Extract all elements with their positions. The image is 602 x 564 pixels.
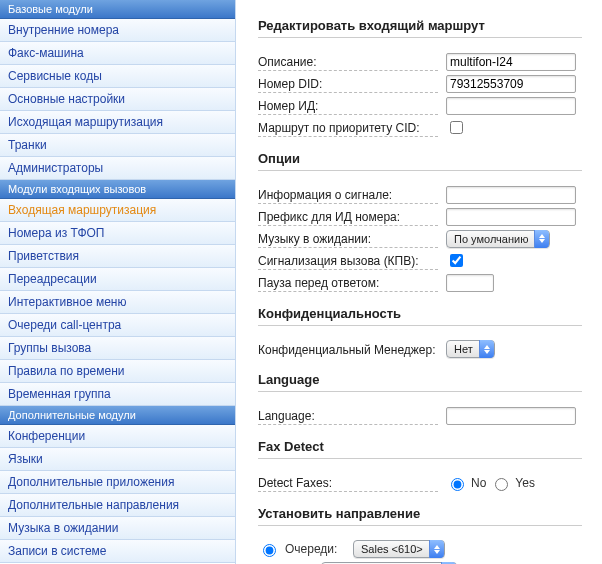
sidebar-header-basic: Базовые модули (0, 0, 235, 19)
checkbox-cid-priority[interactable] (450, 121, 463, 134)
sidebar-item-system-recordings[interactable]: Записи в системе (0, 540, 235, 563)
input-did[interactable] (446, 75, 576, 93)
sidebar-item-fax-machine[interactable]: Факс-машина (0, 42, 235, 65)
label-cid: Номер ИД: (258, 99, 438, 115)
select-dest-queues-value: Sales <610> (361, 543, 423, 555)
sidebar-header-additional: Дополнительные модули (0, 406, 235, 425)
sidebar-item-ring-groups[interactable]: Группы вызова (0, 337, 235, 360)
main-content: Редактировать входящий маршрут Описание:… (236, 0, 602, 564)
section-title-language: Language (258, 372, 582, 392)
sidebar-item-administrators[interactable]: Администраторы (0, 157, 235, 180)
label-cid-prefix: Префикс для ИД номера: (258, 210, 438, 226)
sidebar-item-call-center-queues[interactable]: Очереди call-центра (0, 314, 235, 337)
radio-fax-yes[interactable] (495, 478, 508, 491)
label-description: Описание: (258, 55, 438, 71)
label-pause: Пауза перед ответом: (258, 276, 438, 292)
label-dest-queues: Очереди: (285, 542, 347, 556)
sidebar-item-main-settings[interactable]: Основные настройки (0, 88, 235, 111)
chevron-up-down-icon (479, 340, 494, 358)
select-moh-value: По умолчанию (454, 233, 528, 245)
sidebar-header-inbound: Модули входящих вызовов (0, 180, 235, 199)
checkbox-ringing[interactable] (450, 254, 463, 267)
sidebar-item-music-on-hold[interactable]: Музыка в ожидании (0, 517, 235, 540)
sidebar: Базовые модули Внутренние номера Факс-ма… (0, 0, 236, 564)
section-title-privacy: Конфиденциальность (258, 306, 582, 326)
radio-dest-queues[interactable] (263, 544, 276, 557)
label-did: Номер DID: (258, 77, 438, 93)
sidebar-item-conferences[interactable]: Конференции (0, 425, 235, 448)
chevron-up-down-icon (429, 540, 444, 558)
input-pause[interactable] (446, 274, 494, 292)
sidebar-item-pstn-numbers[interactable]: Номера из ТФОП (0, 222, 235, 245)
sidebar-item-time-conditions[interactable]: Правила по времени (0, 360, 235, 383)
sidebar-item-additional-destinations[interactable]: Дополнительные направления (0, 494, 235, 517)
sidebar-item-trunks[interactable]: Транки (0, 134, 235, 157)
section-title-destination: Установить направление (258, 506, 582, 526)
section-title-fax: Fax Detect (258, 439, 582, 459)
sidebar-item-languages[interactable]: Языки (0, 448, 235, 471)
input-alert-info[interactable] (446, 186, 576, 204)
radio-fax-no-label: No (471, 476, 486, 490)
sidebar-item-ivr-menu[interactable]: Интерактивное меню (0, 291, 235, 314)
input-cid[interactable] (446, 97, 576, 115)
radio-fax-no[interactable] (451, 478, 464, 491)
label-cid-priority: Маршрут по приоритету CID: (258, 121, 438, 137)
sidebar-item-call-forwarding[interactable]: Переадресации (0, 268, 235, 291)
chevron-up-down-icon (534, 230, 549, 248)
label-language: Language: (258, 409, 438, 425)
label-ringing: Сигнализация вызова (КПВ): (258, 254, 438, 270)
label-privacy: Конфиденциальный Менеджер: (258, 343, 438, 357)
sidebar-item-time-groups[interactable]: Временная группа (0, 383, 235, 406)
select-moh[interactable]: По умолчанию (446, 230, 550, 248)
sidebar-item-service-codes[interactable]: Сервисные коды (0, 65, 235, 88)
sidebar-item-internal-numbers[interactable]: Внутренние номера (0, 19, 235, 42)
input-description[interactable] (446, 53, 576, 71)
select-privacy[interactable]: Нет (446, 340, 495, 358)
sidebar-item-inbound-routing[interactable]: Входящая маршрутизация (0, 199, 235, 222)
sidebar-item-additional-apps[interactable]: Дополнительные приложения (0, 471, 235, 494)
select-privacy-value: Нет (454, 343, 473, 355)
radio-fax-yes-label: Yes (515, 476, 535, 490)
sidebar-item-outbound-routing[interactable]: Исходящая маршрутизация (0, 111, 235, 134)
select-dest-queues[interactable]: Sales <610> (353, 540, 445, 558)
input-cid-prefix[interactable] (446, 208, 576, 226)
input-language[interactable] (446, 407, 576, 425)
label-moh: Музыку в ожидании: (258, 232, 438, 248)
label-alert-info: Информация о сигнале: (258, 188, 438, 204)
page-title: Редактировать входящий маршрут (258, 18, 582, 38)
section-title-options: Опции (258, 151, 582, 171)
label-fax-detect: Detect Faxes: (258, 476, 438, 492)
sidebar-item-greetings[interactable]: Приветствия (0, 245, 235, 268)
